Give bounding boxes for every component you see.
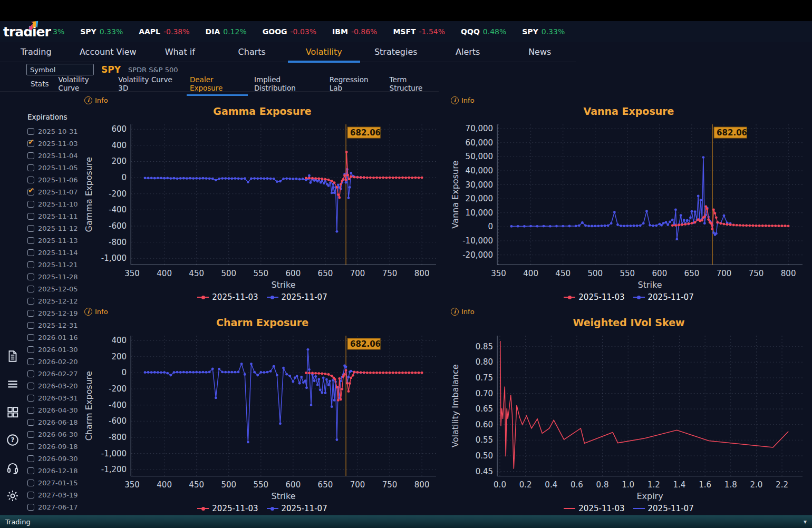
checkbox-unchecked[interactable] [27,213,34,220]
checkbox-checked[interactable]: ✔ [27,189,34,195]
checkbox-checked[interactable]: ✔ [27,140,34,147]
expiration-item[interactable]: 2026-09-18 [25,441,79,453]
checkbox-unchecked[interactable] [27,419,34,426]
checkbox-unchecked[interactable] [27,492,34,498]
subtab-volatility-curve-3d[interactable]: Volatility Curve 3D [118,73,180,95]
nav-tab-news[interactable]: News [504,42,576,62]
expiration-item[interactable]: 2026-02-20 [25,356,79,368]
checkbox-unchecked[interactable] [27,383,34,389]
checkbox-unchecked[interactable] [27,298,34,305]
headset-icon[interactable] [5,461,20,475]
checkbox-unchecked[interactable] [27,407,34,414]
checkbox-unchecked[interactable] [27,261,34,268]
vanna-exposure-chart[interactable]: 70,00060,00050,00040,00030,00020,00010,0… [447,119,811,291]
expiration-item[interactable]: ✔2025-11-03 [25,138,79,150]
expiration-item[interactable]: 2025-11-11 [25,210,79,222]
checkbox-unchecked[interactable] [27,370,34,377]
expiration-item[interactable]: 2025-11-10 [25,198,79,210]
charm-exposure-chart[interactable]: 4002000-200-400-600-800-1,000-1,20035040… [80,330,444,502]
expiration-item[interactable]: 2025-10-31 [25,125,79,138]
expiration-item[interactable]: 2026-04-30 [25,404,79,416]
expiration-item[interactable]: 2025-11-05 [25,162,79,174]
legend-item-2025-11-07[interactable]: 2025-11-07 [633,292,694,302]
checkbox-unchecked[interactable] [27,455,34,462]
legend-item-2025-11-03[interactable]: 2025-11-03 [564,504,624,513]
expiration-item[interactable]: 2026-09-30 [25,453,79,465]
subtab-implied-distribution[interactable]: Implied Distribution [254,73,320,95]
expiration-item[interactable]: 2025-12-31 [25,319,79,331]
checkbox-unchecked[interactable] [27,334,34,341]
gamma-exposure-chart[interactable]: 6004002000-200-400-600-800-1,00035040045… [80,119,444,291]
expiration-item[interactable]: 2026-01-30 [25,344,79,356]
expiration-item[interactable]: 2026-12-18 [25,465,79,477]
subtab-stats[interactable]: Stats [31,77,49,91]
legend-item-2025-11-03[interactable]: 2025-11-03 [564,292,624,302]
legend-item-2025-11-07[interactable]: 2025-11-07 [267,504,327,513]
checkbox-unchecked[interactable] [27,237,34,244]
checkbox-unchecked[interactable] [27,152,34,159]
expiration-item[interactable]: 2025-11-21 [25,259,79,271]
checkbox-unchecked[interactable] [27,358,34,365]
chart-info[interactable]: i Info [80,306,444,317]
checkbox-unchecked[interactable] [27,128,34,135]
subtab-volatility-curve[interactable]: Volatility Curve [58,73,109,95]
checkbox-unchecked[interactable] [27,443,34,450]
checkbox-unchecked[interactable] [27,310,34,317]
nav-tab-account-view[interactable]: Account View [72,42,144,62]
checkbox-unchecked[interactable] [27,346,34,353]
nav-tab-alerts[interactable]: Alerts [432,42,504,62]
expiration-item[interactable]: 2025-11-13 [25,234,79,247]
expiration-item[interactable]: 2025-11-14 [25,247,79,259]
status-dropdown-caret[interactable]: ▾ [804,518,807,525]
checkbox-unchecked[interactable] [27,225,34,232]
expiration-item[interactable]: 2026-03-31 [25,392,79,404]
expiration-item[interactable]: 2025-11-28 [25,271,79,283]
subtab-dealer-exposure[interactable]: Dealer Exposure [190,73,245,95]
settings-icon[interactable] [5,488,20,503]
expiration-item[interactable]: 2027-03-19 [25,489,79,501]
checkbox-unchecked[interactable] [27,201,34,208]
nav-tab-volatility[interactable]: Volatility [288,42,360,62]
checkbox-unchecked[interactable] [27,467,34,474]
nav-tab-what-if[interactable]: What if [144,42,216,62]
checkbox-unchecked[interactable] [27,164,34,171]
expiration-item[interactable]: 2025-11-04 [25,150,79,162]
menu-icon[interactable] [5,377,20,392]
expiration-item[interactable]: 2026-06-30 [25,428,79,441]
expiration-item[interactable]: 2025-12-05 [25,283,79,295]
expiration-item[interactable]: 2027-01-15 [25,477,79,489]
nav-tab-trading[interactable]: Trading [0,42,72,62]
checkbox-unchecked[interactable] [27,322,34,329]
grid-icon[interactable] [5,405,20,419]
chart-info[interactable]: i Info [80,95,444,105]
nav-tab-charts[interactable]: Charts [216,42,288,62]
chart-info[interactable]: i Info [447,95,811,105]
expiration-item[interactable]: ✔2025-11-07 [25,186,79,198]
expiration-item[interactable]: 2025-12-19 [25,307,79,319]
legend-item-2025-11-07[interactable]: 2025-11-07 [267,292,327,302]
expiration-item[interactable]: 2027-06-17 [25,501,79,513]
checkbox-unchecked[interactable] [27,480,34,486]
expiration-item[interactable]: 2026-01-16 [25,331,79,344]
nav-tab-strategies[interactable]: Strategies [360,42,432,62]
expiration-item[interactable]: 2025-11-12 [25,222,79,234]
subtab-term-structure[interactable]: Term Structure [390,73,439,95]
legend-item-2025-11-03[interactable]: 2025-11-03 [197,292,258,302]
checkbox-unchecked[interactable] [27,249,34,256]
expiration-item[interactable]: 2025-11-06 [25,174,79,186]
expiration-item[interactable]: 2026-06-18 [25,416,79,428]
expiration-item[interactable]: 2026-03-20 [25,380,79,392]
checkbox-unchecked[interactable] [27,431,34,438]
checkbox-unchecked[interactable] [27,273,34,280]
subtab-regression-lab[interactable]: Regression Lab [330,73,380,95]
weighted-ivol-skew-chart[interactable]: 0.850.800.750.700.650.600.550.500.450.00… [447,330,811,502]
expiration-item[interactable]: 2025-12-12 [25,295,79,307]
legend-item-2025-11-07[interactable]: 2025-11-07 [633,504,694,513]
expiration-item[interactable]: 2026-02-27 [25,368,79,380]
checkbox-unchecked[interactable] [27,504,34,511]
checkbox-unchecked[interactable] [27,286,34,292]
checkbox-unchecked[interactable] [27,395,34,402]
document-icon[interactable] [5,349,20,364]
tradier-logo[interactable]: tradier [0,25,53,38]
chart-info[interactable]: i Info [447,306,811,317]
